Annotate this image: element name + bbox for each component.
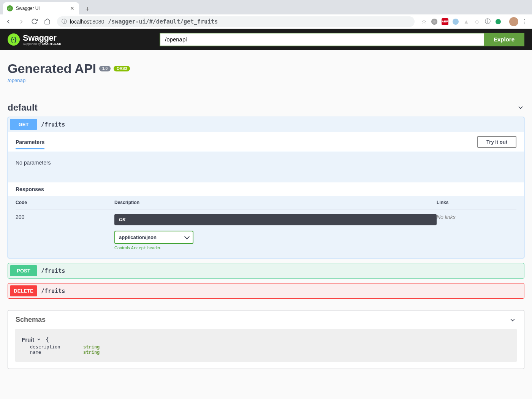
oas-badge: OAS3: [114, 66, 130, 71]
bookmark-star-icon[interactable]: ☆: [419, 17, 428, 26]
browser-toolbar: ⓘ localhost:8080/swagger-ui/#/default/ge…: [0, 14, 532, 29]
adblock-extension-icon[interactable]: ABP: [440, 17, 450, 26]
explore-button[interactable]: Explore: [484, 33, 524, 46]
column-code: Code: [16, 200, 114, 205]
home-button[interactable]: [42, 16, 52, 27]
property-type: string: [83, 344, 100, 350]
schemas-section: Schemas Fruit { descriptionstringnamestr…: [8, 310, 524, 369]
responses-header-row: Code Description Links: [16, 196, 516, 209]
extension-icon[interactable]: ▲: [462, 17, 471, 26]
chevron-down-icon: [36, 337, 41, 342]
swagger-logo[interactable]: {·} Swagger Supported by SMARTBEAR: [8, 33, 61, 46]
openapi-spec-link[interactable]: /openapi: [8, 78, 27, 83]
column-links: Links: [437, 200, 516, 205]
swagger-brand-text: Swagger: [23, 33, 56, 43]
response-row: 200 OK application/json Controls Accept …: [16, 209, 516, 250]
chevron-down-icon: [509, 316, 516, 324]
property-name: name: [30, 350, 83, 355]
tag-name: default: [8, 102, 38, 113]
separator: [506, 18, 506, 25]
operation-get-fruits: GET /fruits Parameters Try it out No par…: [8, 117, 524, 258]
content-type-hint: Controls Accept header.: [114, 245, 437, 250]
brace-open: {: [46, 336, 49, 343]
swagger-logo-icon: {·}: [8, 33, 20, 46]
responses-table: Code Description Links 200 OK applicatio…: [8, 196, 524, 258]
url-text: localhost:8080/swagger-ui/#/default/get_…: [70, 18, 218, 25]
extension-icon[interactable]: [451, 17, 460, 26]
tab-title: Swagger UI: [16, 6, 66, 11]
column-description: Description: [114, 200, 437, 205]
property-type: string: [83, 350, 100, 355]
api-title: Generated API: [8, 61, 96, 76]
parameters-header: Parameters Try it out: [8, 132, 524, 152]
chrome-menu-icon[interactable]: ⋮: [520, 17, 529, 26]
content-type-select[interactable]: application/json: [114, 231, 193, 244]
http-method-badge: DELETE: [10, 285, 37, 296]
extension-icon[interactable]: [430, 17, 439, 26]
schemas-heading: Schemas: [16, 316, 46, 324]
schema-property-row: namestring: [30, 350, 510, 355]
browser-tab[interactable]: Swagger UI ✕: [3, 2, 79, 14]
responses-heading: Responses: [16, 186, 44, 192]
schema-model-name: Fruit: [22, 336, 34, 343]
response-code: 200: [16, 214, 114, 250]
forward-button[interactable]: [16, 16, 27, 27]
property-name: description: [30, 344, 83, 350]
back-button[interactable]: [3, 16, 14, 27]
browser-tab-strip: Swagger UI ✕ +: [0, 0, 532, 14]
schema-body: Fruit { descriptionstringnamestring: [15, 329, 517, 362]
schemas-header[interactable]: Schemas: [8, 310, 524, 329]
operation-path: /fruits: [41, 268, 65, 274]
address-bar[interactable]: ⓘ localhost:8080/swagger-ui/#/default/ge…: [57, 16, 415, 27]
site-info-icon[interactable]: ⓘ: [62, 18, 67, 25]
operation-delete-fruits: DELETE /fruits: [8, 283, 524, 299]
try-it-out-button[interactable]: Try it out: [477, 136, 516, 148]
swagger-brand-subtitle: Supported by SMARTBEAR: [23, 42, 61, 46]
responses-header: Responses: [8, 182, 524, 196]
schema-model-toggle[interactable]: Fruit {: [22, 336, 510, 343]
operation-post-fruits: POST /fruits: [8, 263, 524, 279]
http-method-badge: POST: [10, 265, 37, 276]
profile-avatar[interactable]: [509, 17, 518, 26]
operation-body: Parameters Try it out No parameters Resp…: [8, 132, 524, 258]
schema-properties: descriptionstringnamestring: [30, 344, 510, 355]
extension-icon[interactable]: ⓘ: [483, 17, 492, 26]
tag-section-header[interactable]: default: [8, 98, 524, 117]
api-version-badge: 1.0: [99, 66, 111, 71]
operation-path: /fruits: [41, 288, 65, 294]
no-parameters-text: No parameters: [8, 152, 524, 182]
openapi-url-input[interactable]: [160, 33, 484, 46]
main-content: Generated API 1.0 OAS3 /openapi default …: [0, 50, 532, 377]
new-tab-button[interactable]: +: [82, 4, 93, 14]
swagger-topbar: {·} Swagger Supported by SMARTBEAR Explo…: [0, 29, 532, 50]
response-description-text: OK: [114, 214, 437, 225]
api-title-row: Generated API 1.0 OAS3: [8, 61, 524, 76]
operation-summary[interactable]: DELETE /fruits: [8, 283, 524, 298]
schema-property-row: descriptionstring: [30, 344, 510, 350]
extension-icon[interactable]: [494, 17, 503, 26]
operation-summary[interactable]: POST /fruits: [8, 263, 524, 278]
swagger-favicon-icon: [7, 5, 13, 11]
reload-button[interactable]: [29, 16, 40, 27]
close-tab-icon[interactable]: ✕: [69, 5, 75, 11]
http-method-badge: GET: [10, 119, 37, 130]
response-description: OK application/json Controls Accept head…: [114, 214, 437, 250]
response-links: No links: [437, 214, 516, 250]
operation-summary[interactable]: GET /fruits: [8, 117, 524, 132]
extension-icon[interactable]: ◇: [472, 17, 481, 26]
chevron-down-icon: [517, 104, 524, 111]
operation-path: /fruits: [41, 121, 65, 128]
parameters-tab[interactable]: Parameters: [16, 139, 44, 149]
